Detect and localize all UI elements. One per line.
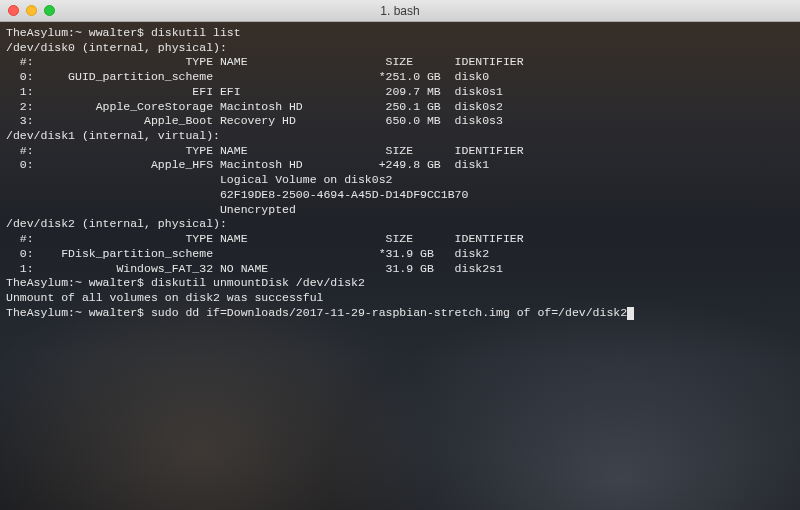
window-title: 1. bash	[0, 4, 800, 18]
terminal-line: #: TYPE NAME SIZE IDENTIFIER	[6, 144, 794, 159]
cursor-icon	[627, 307, 634, 320]
terminal-line: 1: EFI EFI 209.7 MB disk0s1	[6, 85, 794, 100]
terminal-line: #: TYPE NAME SIZE IDENTIFIER	[6, 55, 794, 70]
terminal-line: 0: GUID_partition_scheme *251.0 GB disk0	[6, 70, 794, 85]
terminal-line: 2: Apple_CoreStorage Macintosh HD 250.1 …	[6, 100, 794, 115]
terminal-line: /dev/disk2 (internal, physical):	[6, 217, 794, 232]
terminal-line: TheAsylum:~ wwalter$ sudo dd if=Download…	[6, 306, 794, 321]
terminal-line: TheAsylum:~ wwalter$ diskutil list	[6, 26, 794, 41]
minimize-icon[interactable]	[26, 5, 37, 16]
traffic-lights	[8, 5, 55, 16]
terminal-line: /dev/disk1 (internal, virtual):	[6, 129, 794, 144]
window-titlebar[interactable]: 1. bash	[0, 0, 800, 22]
terminal-line: Unencrypted	[6, 203, 794, 218]
maximize-icon[interactable]	[44, 5, 55, 16]
terminal-line: 3: Apple_Boot Recovery HD 650.0 MB disk0…	[6, 114, 794, 129]
close-icon[interactable]	[8, 5, 19, 16]
terminal-line: TheAsylum:~ wwalter$ diskutil unmountDis…	[6, 276, 794, 291]
terminal-line: 62F19DE8-2500-4694-A45D-D14DF9CC1B70	[6, 188, 794, 203]
terminal-line: Unmount of all volumes on disk2 was succ…	[6, 291, 794, 306]
terminal-line: Logical Volume on disk0s2	[6, 173, 794, 188]
terminal-body[interactable]: TheAsylum:~ wwalter$ diskutil list/dev/d…	[0, 22, 800, 324]
terminal-line: #: TYPE NAME SIZE IDENTIFIER	[6, 232, 794, 247]
terminal-line: 0: Apple_HFS Macintosh HD +249.8 GB disk…	[6, 158, 794, 173]
terminal-line: 0: FDisk_partition_scheme *31.9 GB disk2	[6, 247, 794, 262]
terminal-line: /dev/disk0 (internal, physical):	[6, 41, 794, 56]
terminal-line: 1: Windows_FAT_32 NO NAME 31.9 GB disk2s…	[6, 262, 794, 277]
